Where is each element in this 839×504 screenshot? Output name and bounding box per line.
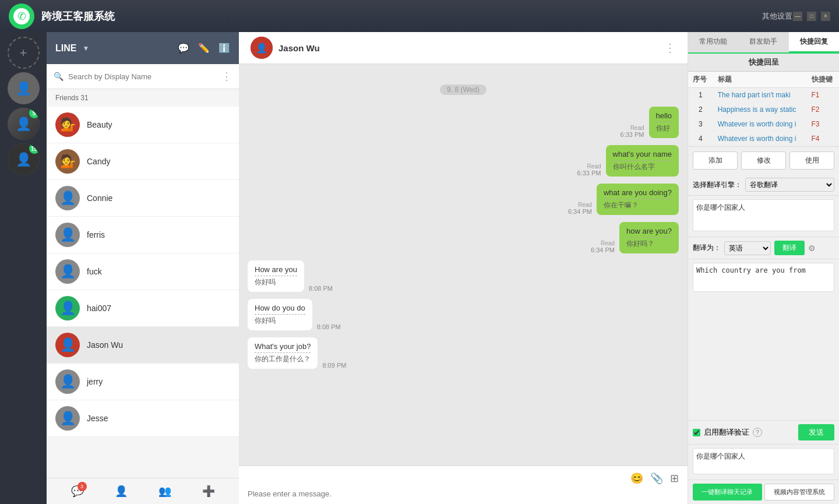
- shortcut-table-container: 序号 标题 快捷键 1 The hard part isn't maki F1 …: [688, 72, 839, 146]
- sidebar-avatar-3[interactable]: 👤 15: [8, 143, 40, 175]
- close-button[interactable]: ×: [821, 12, 830, 21]
- message-text-en-6: How do you do: [255, 304, 305, 312]
- contact-item-beauty[interactable]: 💁 Beauty: [47, 107, 239, 143]
- contact-item-jason[interactable]: 👤 Jason Wu: [47, 327, 239, 364]
- shortcut-row-1[interactable]: 1 The hard part isn't maki F1: [688, 88, 839, 103]
- secondary-input-field[interactable]: 你是哪个国家人: [693, 448, 834, 474]
- sidebar-avatar-2[interactable]: 👤 5: [8, 108, 40, 140]
- app-title: 跨境王客服系统: [41, 9, 115, 23]
- translate-to-select[interactable]: 英语 中文 日语: [724, 241, 771, 255]
- send-button[interactable]: 发送: [798, 424, 834, 440]
- message-row-3: Read 6:34 PM what are you doing? 你在干嘛？: [248, 184, 679, 215]
- search-input[interactable]: [68, 72, 217, 81]
- sidebar-avatar-1[interactable]: 👤: [8, 72, 40, 104]
- shortcut-seq-2: 2: [688, 103, 713, 117]
- shortcut-table: 序号 标题 快捷键 1 The hard part isn't maki F1 …: [688, 72, 839, 146]
- right-panel: 常用功能 群发助手 快捷回复 快捷回呈 序号 标题 快捷键 1 The: [688, 32, 839, 504]
- chat-bubble-icon[interactable]: 💬: [178, 43, 189, 54]
- add-shortcut-button[interactable]: 添加: [693, 151, 738, 170]
- shortcut-row-3[interactable]: 3 Whatever is worth doing i F3: [688, 117, 839, 132]
- message-row-7: What's your job? 你的工作是什么？ 8:09 PM: [248, 337, 679, 369]
- message-meta-2: Read 6:33 PM: [560, 145, 601, 177]
- message-meta-1: Read 6:33 PM: [604, 107, 644, 138]
- contact-name-fuck: fuck: [87, 267, 102, 276]
- contact-panel: LINE ▼ 💬 ✏️ ℹ️ 🔍 ⋮ Friends 31 💁 Beauty: [47, 32, 239, 504]
- shortcut-row-2[interactable]: 2 Happiness is a way static F2: [688, 103, 839, 117]
- chat-tab-icon[interactable]: 💬 3: [71, 485, 84, 498]
- contact-item-jerry[interactable]: 👤 jerry: [47, 364, 239, 400]
- translate-to-label: 翻译为：: [693, 243, 721, 253]
- edit-shortcut-button[interactable]: 修改: [741, 151, 786, 170]
- translate-engine-select[interactable]: 谷歌翻译 百度翻译 有道翻译: [745, 178, 834, 192]
- shortcut-title: 快捷回呈: [688, 54, 839, 72]
- platform-dropdown-icon[interactable]: ▼: [82, 44, 89, 52]
- other-settings-button[interactable]: 其他设置: [762, 11, 792, 22]
- attachment-icon[interactable]: 📎: [650, 472, 663, 485]
- message-text-zh-2: 你叫什么名字: [613, 160, 672, 172]
- contact-avatar-jerry: 👤: [55, 369, 80, 394]
- translate-settings-icon[interactable]: ⚙: [808, 244, 816, 253]
- content-manager-button[interactable]: 视频内容管理系统: [764, 484, 835, 501]
- translate-input-field[interactable]: 你是哪个国家人: [693, 199, 834, 231]
- message-meta-3: Read 6:34 PM: [551, 184, 592, 215]
- groups-tab-icon[interactable]: 👥: [158, 485, 171, 498]
- help-icon[interactable]: ?: [753, 428, 762, 437]
- message-time-6: 8:08 PM: [317, 323, 341, 330]
- emoji-icon[interactable]: 😊: [630, 472, 643, 485]
- shortcut-row-4[interactable]: 4 Whatever is worth doing i F4: [688, 132, 839, 146]
- contact-bottom-toolbar: 💬 3 👤 👥 ➕: [47, 478, 239, 504]
- tab-group-send[interactable]: 群发助手: [738, 32, 788, 52]
- message-text-en-4: how are you?: [626, 227, 672, 235]
- contacts-tab-icon[interactable]: 👤: [115, 485, 128, 498]
- message-time-3: 6:34 PM: [568, 208, 592, 215]
- chat-panel: 👤 Jason Wu ⋮ 9. 8 (Wed) Read 6:33 PM hel…: [239, 32, 688, 504]
- contact-name-jesse: Jesse: [87, 414, 108, 423]
- contact-name-jason: Jason Wu: [87, 340, 123, 350]
- message-text-zh-3: 你在干嘛？: [604, 199, 672, 210]
- translate-result-field[interactable]: Which country are you from: [693, 263, 834, 292]
- message-bubble-5: How are you 你好吗: [248, 260, 304, 292]
- contact-item-hai007[interactable]: 👤 hai007: [47, 290, 239, 327]
- edit-icon[interactable]: ✏️: [198, 43, 210, 54]
- input-toolbar: 😊 📎 ⊞: [248, 472, 679, 485]
- contact-item-jesse[interactable]: 👤 Jesse: [47, 400, 239, 437]
- translate-to-row: 翻译为： 英语 中文 日语 翻译 ⚙: [688, 237, 839, 259]
- message-bubble-4: how are you? 你好吗？: [619, 222, 679, 253]
- contact-name-hai007: hai007: [87, 304, 111, 313]
- shortcut-col-title: 标题: [713, 72, 807, 88]
- message-bubble-1: hello 你好: [649, 107, 679, 138]
- one-key-translate-button[interactable]: 一键翻译聊天记录: [693, 484, 762, 501]
- tab-common-functions[interactable]: 常用功能: [688, 32, 738, 52]
- contact-name-beauty: Beauty: [87, 120, 112, 129]
- titlebar: 跨境王客服系统 其他设置 — □ ×: [0, 0, 839, 32]
- message-text-zh-4: 你好吗？: [626, 237, 672, 249]
- date-divider-wrapper: 9. 8 (Wed): [248, 79, 679, 101]
- message-row-4: Read 6:34 PM how are you? 你好吗？: [248, 222, 679, 253]
- maximize-button[interactable]: □: [807, 12, 816, 21]
- contact-item-candy[interactable]: 💁 Candy: [47, 143, 239, 180]
- minimize-button[interactable]: —: [793, 12, 802, 21]
- message-input[interactable]: [248, 489, 679, 498]
- contact-item-connie[interactable]: 👤 Connie: [47, 180, 239, 217]
- translate-button[interactable]: 翻译: [774, 241, 805, 255]
- info-icon[interactable]: ℹ️: [218, 43, 230, 54]
- message-row-2: Read 6:33 PM what's your name 你叫什么名字: [248, 145, 679, 177]
- contact-avatar-ferris: 👤: [55, 223, 80, 247]
- message-row-5: How are you 你好吗 8:08 PM: [248, 260, 679, 292]
- use-shortcut-button[interactable]: 使用: [789, 151, 834, 170]
- contact-item-fuck[interactable]: 👤 fuck: [47, 253, 239, 290]
- chat-messages: 9. 8 (Wed) Read 6:33 PM hello 你好 Read 6:…: [239, 64, 688, 466]
- contact-item-ferris[interactable]: 👤 ferris: [47, 217, 239, 253]
- translate-engine-row: 选择翻译引擎： 谷歌翻译 百度翻译 有道翻译: [688, 174, 839, 196]
- chat-more-options-icon[interactable]: ⋮: [664, 41, 676, 55]
- tab-shortcut-reply[interactable]: 快捷回复: [789, 32, 839, 52]
- more-icon[interactable]: ⊞: [670, 472, 679, 485]
- shortcut-key-2: F2: [807, 103, 840, 117]
- translate-engine-label: 选择翻译引擎：: [693, 180, 742, 190]
- message-bubble-7: What's your job? 你的工作是什么？: [248, 337, 318, 369]
- enable-translate-checkbox[interactable]: [693, 429, 700, 436]
- more-options-icon[interactable]: ⋮: [221, 70, 232, 83]
- add-account-button[interactable]: +: [8, 37, 40, 69]
- add-contact-icon[interactable]: ➕: [202, 485, 215, 498]
- message-time-4: 6:34 PM: [591, 246, 615, 253]
